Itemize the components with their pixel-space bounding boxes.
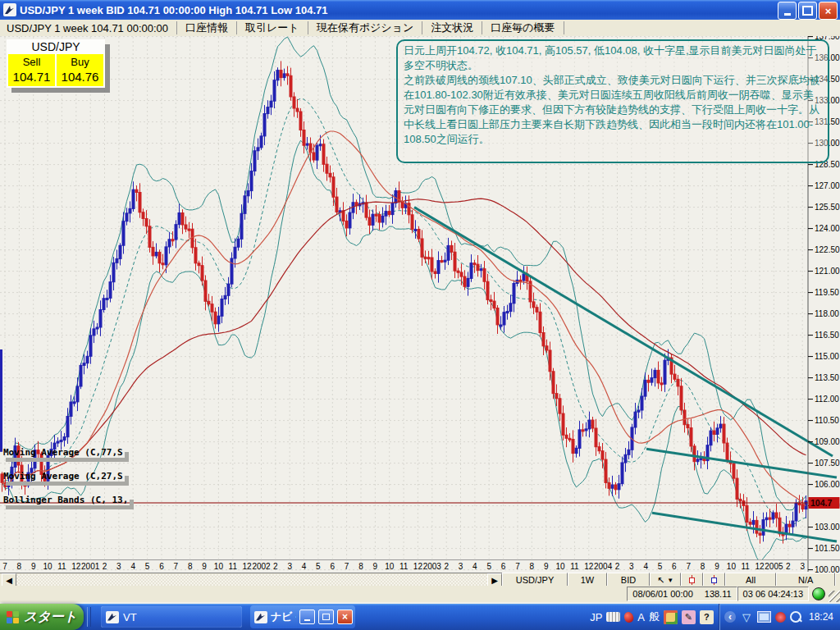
taskbar-clock: 18:24 xyxy=(809,611,833,623)
svg-text:3: 3 xyxy=(116,562,121,571)
navi-minimize-button[interactable] xyxy=(299,609,315,624)
svg-text:9: 9 xyxy=(544,562,549,571)
buy-button[interactable]: Buy 104.76 xyxy=(57,54,103,86)
chart-quote-text: USD/JPY 1 week 104.71 00:00:00 xyxy=(0,22,176,34)
taskbar-task-vt[interactable]: VT xyxy=(101,606,242,628)
svg-text:2: 2 xyxy=(273,562,278,571)
svg-text:2003: 2003 xyxy=(423,562,442,571)
task-label: VT xyxy=(123,611,137,623)
buy-label: Buy xyxy=(57,56,103,68)
mouse-settings-icon[interactable] xyxy=(623,610,635,623)
minimize-button[interactable] xyxy=(778,2,797,20)
tray-chevron-icon[interactable]: ‹ xyxy=(724,611,736,623)
toolbar-item[interactable]: 現在保有ポジション xyxy=(308,21,422,34)
toolbar-item[interactable]: 口座情報 xyxy=(176,21,236,34)
svg-text:112.00: 112.00 xyxy=(815,395,839,404)
navi-maximize-button[interactable] xyxy=(318,609,334,624)
navi-minimize-icon xyxy=(304,619,310,621)
vt-app-icon xyxy=(106,611,119,623)
svg-text:2001: 2001 xyxy=(81,562,100,571)
navi-close-icon: × xyxy=(342,612,348,622)
ime-help-icon[interactable]: ? xyxy=(700,610,714,624)
scroll-right-icon: ▶ xyxy=(491,576,498,585)
svg-text:5: 5 xyxy=(316,562,321,571)
svg-text:2004: 2004 xyxy=(594,562,613,571)
app-icon xyxy=(3,3,16,16)
svg-text:2: 2 xyxy=(444,562,449,571)
svg-text:11: 11 xyxy=(399,562,409,571)
language-indicator[interactable]: JP xyxy=(590,611,602,623)
svg-text:12: 12 xyxy=(243,562,253,571)
window-title: USD/JPY 1 week BID 104.71 00:00:00 High … xyxy=(20,4,328,16)
chart-annotation: 日元上周开104.72, 收104.71, 高105.57, 低104.08, … xyxy=(396,39,829,163)
svg-text:127.00: 127.00 xyxy=(815,181,840,190)
svg-text:7: 7 xyxy=(2,562,7,571)
svg-text:116.50: 116.50 xyxy=(815,331,839,340)
svg-text:6: 6 xyxy=(331,562,336,571)
svg-text:119.50: 119.50 xyxy=(815,288,839,297)
svg-text:8: 8 xyxy=(188,562,193,571)
ime-palette-icon[interactable] xyxy=(664,610,678,624)
svg-text:7: 7 xyxy=(174,562,179,571)
start-button[interactable]: スタート xyxy=(0,604,84,630)
language-bar: JP A 般 ✎ ? xyxy=(590,609,714,624)
hscroll-track[interactable] xyxy=(16,574,487,586)
ime-pen-icon[interactable]: ✎ xyxy=(682,610,696,624)
svg-text:9: 9 xyxy=(202,562,207,571)
svg-text:104.7: 104.7 xyxy=(810,498,832,508)
svg-text:11: 11 xyxy=(229,562,238,571)
svg-text:12: 12 xyxy=(71,562,81,571)
svg-text:2002: 2002 xyxy=(252,562,271,571)
tray-display-icon[interactable] xyxy=(757,611,771,623)
svg-text:6: 6 xyxy=(501,562,506,571)
svg-text:8: 8 xyxy=(530,562,535,571)
svg-text:9: 9 xyxy=(714,562,719,571)
tray-alert-icon[interactable] xyxy=(775,612,786,623)
svg-text:124.00: 124.00 xyxy=(815,224,840,233)
close-button[interactable]: × xyxy=(819,2,838,20)
indicator-label[interactable]: Bollinger Bands (C, 13, xyxy=(2,495,130,505)
bar-time: 08/06/01 00:00 xyxy=(632,589,692,599)
navi-close-button[interactable]: × xyxy=(337,609,353,624)
svg-text:2: 2 xyxy=(786,562,791,571)
ime-input-mode[interactable]: A xyxy=(637,611,645,623)
resize-grip[interactable] xyxy=(829,591,840,602)
toolbar-item[interactable]: 口座毎の概要 xyxy=(482,21,564,34)
taskbar-window-navi[interactable]: ナビ - vtli... × xyxy=(250,605,355,628)
svg-text:113.50: 113.50 xyxy=(815,373,839,382)
svg-text:106.00: 106.00 xyxy=(815,480,840,489)
svg-text:4: 4 xyxy=(130,562,135,571)
server-time-field: 03 06 04:24:13 xyxy=(737,587,809,601)
ime-conversion-mode[interactable]: 般 xyxy=(649,609,660,624)
svg-text:8: 8 xyxy=(701,562,705,571)
navi-maximize-icon xyxy=(322,614,330,620)
indicator-label[interactable]: Moving Average (C,27,S xyxy=(2,472,125,482)
svg-text:6: 6 xyxy=(159,562,164,571)
status-bar: 08/06/01 00:00 138.11 03 06 04:24:13 xyxy=(0,586,840,602)
tray-vt-shield-icon[interactable]: ▽ xyxy=(740,610,753,623)
sell-button[interactable]: Sell 104.71 xyxy=(8,54,55,86)
keyboard-icon[interactable] xyxy=(606,612,620,622)
maximize-button[interactable] xyxy=(798,2,817,20)
objects-icon xyxy=(710,575,718,585)
maximize-icon xyxy=(802,6,813,16)
svg-text:10: 10 xyxy=(214,562,224,571)
tray-magnifier-icon[interactable] xyxy=(790,611,801,623)
svg-text:10: 10 xyxy=(43,562,53,571)
svg-text:7: 7 xyxy=(515,562,520,571)
dropdown-icon: ▼ xyxy=(667,577,673,584)
connection-status-icon xyxy=(812,587,825,600)
sell-label: Sell xyxy=(8,56,55,68)
scroll-left-button[interactable]: ◀ xyxy=(2,573,16,587)
start-label: スタート xyxy=(24,609,77,626)
scroll-right-button[interactable]: ▶ xyxy=(487,573,502,587)
svg-text:11: 11 xyxy=(570,562,579,571)
toolbar-item[interactable]: 注文状況 xyxy=(422,21,482,34)
indicator-label[interactable]: Moving Average (C,77,S xyxy=(2,448,125,458)
server-time: 03 06 04:24:13 xyxy=(743,589,803,599)
svg-text:9: 9 xyxy=(31,562,36,571)
navi-title: ナビ - vtli... xyxy=(271,609,296,624)
scroll-left-icon: ◀ xyxy=(6,576,12,585)
svg-text:110.50: 110.50 xyxy=(815,416,839,425)
toolbar-item[interactable]: 取引レート xyxy=(236,21,308,34)
